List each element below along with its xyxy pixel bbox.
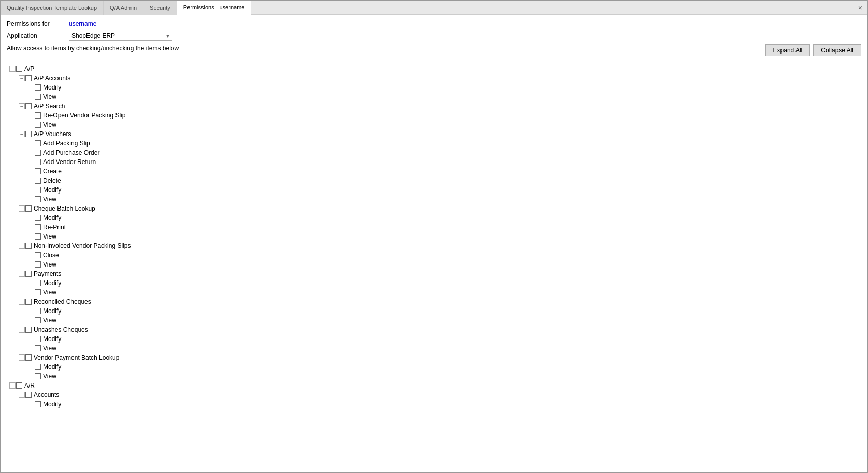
toggle-ar[interactable]: − <box>9 382 16 389</box>
toggle-payments[interactable]: − <box>19 271 25 277</box>
toggle-non-invoiced[interactable]: − <box>19 243 25 249</box>
checkbox-ap-vouchers-addpo[interactable] <box>35 150 41 156</box>
toggle-uncashed-cheques[interactable]: − <box>19 327 25 333</box>
tree-row-payments[interactable]: −Payments <box>9 269 859 278</box>
tree-row-ap-search[interactable]: −A/P Search <box>9 101 859 111</box>
tree-row-cheque-batch[interactable]: −Cheque Batch Lookup <box>9 204 859 213</box>
tab-qa-admin[interactable]: Q/A Admin <box>104 1 143 15</box>
checkbox-cheque-batch-view[interactable] <box>35 233 41 240</box>
toggle-leaf-vendor-payment-batch-modify <box>28 364 34 370</box>
toggle-leaf-non-invoiced-view <box>28 261 34 268</box>
tree-row-ap-accounts-modify[interactable]: Modify <box>9 83 859 92</box>
tree-row-ap-vouchers-delete[interactable]: Delete <box>9 176 859 185</box>
tree-row-vendor-payment-batch-modify[interactable]: Modify <box>9 362 859 372</box>
toggle-vendor-payment-batch[interactable]: − <box>19 354 25 361</box>
tree-row-payments-modify[interactable]: Modify <box>9 278 859 288</box>
tree-row-reconciled-cheques-modify[interactable]: Modify <box>9 306 859 316</box>
tree-row-ap-vouchers-addps[interactable]: Add Packing Slip <box>9 139 859 148</box>
toggle-cheque-batch[interactable]: − <box>19 205 25 212</box>
tab-quality-inspection[interactable]: Quality Inspection Template Lookup <box>1 1 104 15</box>
checkbox-cheque-batch[interactable] <box>25 205 32 212</box>
checkbox-ap-vouchers-create[interactable] <box>35 168 41 174</box>
checkbox-ap-vouchers-addps[interactable] <box>35 140 41 146</box>
tree-row-reconciled-cheques-view[interactable]: View <box>9 316 859 325</box>
tree-row-cheque-batch-view[interactable]: View <box>9 232 859 241</box>
toggle-ap-accounts[interactable]: − <box>19 75 25 81</box>
checkbox-ap-search[interactable] <box>25 103 32 109</box>
tab-permissions[interactable]: Permissions - username <box>177 1 252 15</box>
permissions-tree[interactable]: −A/P−A/P AccountsModifyView−A/P SearchRe… <box>7 61 861 467</box>
tree-row-ap-vouchers-modify[interactable]: Modify <box>9 185 859 195</box>
checkbox-ap-vouchers-addvr[interactable] <box>35 159 41 165</box>
checkbox-ap-search-reopen[interactable] <box>35 112 41 119</box>
checkbox-payments[interactable] <box>25 271 32 277</box>
toggle-ap[interactable]: − <box>9 66 16 72</box>
checkbox-ap-accounts-modify[interactable] <box>35 84 41 91</box>
application-row: Application ShopEdge ERP ▼ <box>7 31 861 41</box>
checkbox-vendor-payment-batch-view[interactable] <box>35 373 41 379</box>
tree-row-ap-vouchers[interactable]: −A/P Vouchers <box>9 129 859 139</box>
tree-row-reconciled-cheques[interactable]: −Reconciled Cheques <box>9 297 859 306</box>
tree-row-non-invoiced-view[interactable]: View <box>9 260 859 269</box>
permissions-for-value[interactable]: username <box>69 20 96 27</box>
checkbox-reconciled-cheques-modify[interactable] <box>35 308 41 314</box>
checkbox-ar-accounts-modify[interactable] <box>35 401 41 407</box>
tree-row-ar-accounts[interactable]: −Accounts <box>9 390 859 400</box>
tree-row-uncashed-cheques-view[interactable]: View <box>9 344 859 353</box>
tree-row-ap-vouchers-addpo[interactable]: Add Purchase Order <box>9 148 859 157</box>
tree-row-ap-vouchers-view[interactable]: View <box>9 195 859 204</box>
checkbox-payments-view[interactable] <box>35 289 41 295</box>
checkbox-reconciled-cheques[interactable] <box>25 299 32 305</box>
tree-row-ar-accounts-modify[interactable]: Modify <box>9 400 859 409</box>
checkbox-ap-vouchers[interactable] <box>25 131 32 137</box>
checkbox-ar-accounts[interactable] <box>25 392 32 398</box>
label-ar: A/R <box>24 382 35 389</box>
checkbox-ap-accounts-view[interactable] <box>35 94 41 100</box>
toggle-ap-search[interactable]: − <box>19 103 25 109</box>
toggle-reconciled-cheques[interactable]: − <box>19 299 25 305</box>
tree-row-non-invoiced[interactable]: −Non-Invoiced Vendor Packing Slips <box>9 241 859 250</box>
checkbox-reconciled-cheques-view[interactable] <box>35 317 41 323</box>
tree-row-ap-vouchers-addvr[interactable]: Add Vendor Return <box>9 157 859 167</box>
checkbox-ap-search-view[interactable] <box>35 122 41 128</box>
tab-security[interactable]: Security <box>143 1 177 15</box>
toggle-ap-vouchers[interactable]: − <box>19 131 25 137</box>
checkbox-cheque-batch-reprint[interactable] <box>35 224 41 230</box>
checkbox-cheque-batch-modify[interactable] <box>35 215 41 221</box>
checkbox-vendor-payment-batch[interactable] <box>25 354 32 361</box>
tree-row-ap-search-reopen[interactable]: Re-Open Vendor Packing Slip <box>9 111 859 120</box>
checkbox-non-invoiced-view[interactable] <box>35 261 41 268</box>
checkbox-non-invoiced[interactable] <box>25 243 32 249</box>
checkbox-vendor-payment-batch-modify[interactable] <box>35 364 41 370</box>
toggle-ar-accounts[interactable]: − <box>19 392 25 398</box>
collapse-all-button[interactable]: Collapse All <box>813 44 861 56</box>
tree-row-payments-view[interactable]: View <box>9 288 859 297</box>
checkbox-ap-vouchers-delete[interactable] <box>35 178 41 184</box>
tree-row-ap-accounts[interactable]: −A/P Accounts <box>9 73 859 83</box>
tree-row-uncashed-cheques-modify[interactable]: Modify <box>9 334 859 344</box>
checkbox-uncashed-cheques-modify[interactable] <box>35 336 41 342</box>
checkbox-payments-modify[interactable] <box>35 280 41 286</box>
checkbox-ap[interactable] <box>16 66 22 72</box>
tree-row-ap-accounts-view[interactable]: View <box>9 92 859 101</box>
checkbox-ap-vouchers-view[interactable] <box>35 196 41 202</box>
tree-row-vendor-payment-batch-view[interactable]: View <box>9 372 859 381</box>
tree-row-ap-search-view[interactable]: View <box>9 120 859 129</box>
tree-row-ar[interactable]: −A/R <box>9 381 859 390</box>
checkbox-ap-accounts[interactable] <box>25 75 32 81</box>
tree-row-vendor-payment-batch[interactable]: −Vendor Payment Batch Lookup <box>9 353 859 362</box>
checkbox-ar[interactable] <box>16 382 22 389</box>
close-button[interactable]: × <box>855 4 865 12</box>
checkbox-uncashed-cheques[interactable] <box>25 327 32 333</box>
tree-row-non-invoiced-close[interactable]: Close <box>9 250 859 260</box>
tree-row-ap[interactable]: −A/P <box>9 64 859 73</box>
checkbox-uncashed-cheques-view[interactable] <box>35 345 41 351</box>
tree-row-cheque-batch-reprint[interactable]: Re-Print <box>9 223 859 232</box>
application-select[interactable]: ShopEdge ERP <box>69 31 172 41</box>
tree-row-ap-vouchers-create[interactable]: Create <box>9 167 859 176</box>
tree-row-uncashed-cheques[interactable]: −Uncashes Cheques <box>9 325 859 334</box>
tree-row-cheque-batch-modify[interactable]: Modify <box>9 213 859 223</box>
checkbox-ap-vouchers-modify[interactable] <box>35 187 41 193</box>
checkbox-non-invoiced-close[interactable] <box>35 252 41 258</box>
expand-all-button[interactable]: Expand All <box>765 44 811 56</box>
